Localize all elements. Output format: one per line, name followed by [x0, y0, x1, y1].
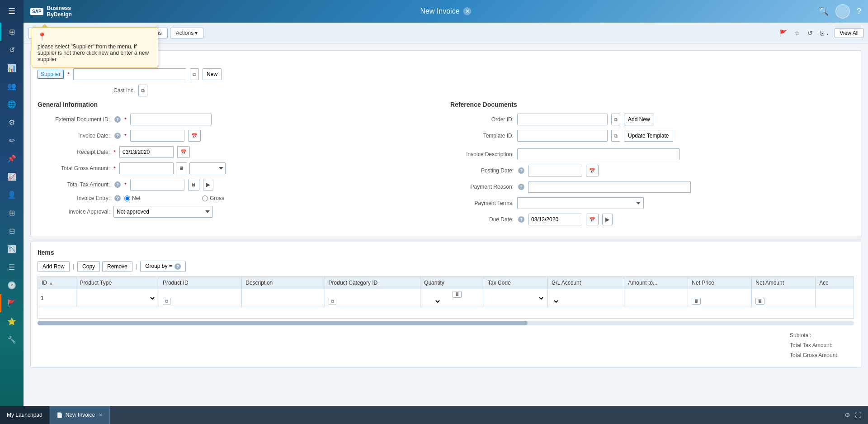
- posting-date-input[interactable]: [528, 165, 582, 176]
- sidebar-item-clock[interactable]: 🕐: [0, 276, 24, 294]
- payment-reason-input[interactable]: [528, 181, 691, 193]
- payment-terms-dropdown[interactable]: [517, 197, 644, 209]
- net-price-input[interactable]: [691, 291, 749, 298]
- amount-to-input[interactable]: [627, 295, 685, 301]
- group-by-button[interactable]: Group by = ?: [140, 261, 186, 272]
- star-button[interactable]: ☆: [793, 29, 802, 38]
- sidebar-item-star[interactable]: ⭐: [0, 312, 24, 330]
- order-id-input[interactable]: [517, 114, 608, 125]
- receipt-date-input[interactable]: [119, 146, 174, 158]
- net-price-calc-button[interactable]: 🖩: [692, 298, 701, 305]
- currency-dropdown[interactable]: [189, 162, 226, 174]
- total-tax-calc-button[interactable]: 🖩: [188, 179, 199, 191]
- supplier-input[interactable]: [73, 68, 186, 80]
- share-button[interactable]: ⎘ ▾: [818, 29, 831, 38]
- product-id-input[interactable]: [162, 291, 239, 298]
- due-date-arrow-button[interactable]: ▶: [602, 214, 613, 225]
- help-button[interactable]: ?: [857, 7, 861, 16]
- total-gross-calc-button[interactable]: 🖩: [176, 162, 187, 174]
- due-date-info-icon[interactable]: ?: [518, 216, 524, 223]
- tab-close-button[interactable]: ✕: [99, 412, 103, 418]
- invoice-entry-info-icon[interactable]: ?: [114, 195, 121, 201]
- supplier-new-button[interactable]: New: [203, 68, 222, 80]
- sidebar-item-globe[interactable]: 🌐: [0, 95, 24, 113]
- sidebar-item-cog[interactable]: 🔧: [0, 330, 24, 348]
- table-scrollbar-track[interactable]: [38, 321, 854, 325]
- product-category-copy-button[interactable]: ⧉: [329, 298, 336, 305]
- add-new-button[interactable]: Add New: [624, 114, 654, 125]
- invoice-date-info-icon[interactable]: ?: [114, 133, 121, 139]
- header-close-button[interactable]: ✕: [463, 7, 472, 15]
- sidebar-item-list[interactable]: ☰: [0, 258, 24, 276]
- gross-radio[interactable]: [202, 195, 208, 201]
- sidebar-item-flag[interactable]: 🚩: [0, 294, 24, 312]
- order-id-copy-button[interactable]: ⧉: [611, 114, 620, 125]
- total-tax-arrow-button[interactable]: ▶: [203, 179, 213, 191]
- bottom-expand-icon[interactable]: ⛶: [855, 411, 861, 419]
- update-template-button[interactable]: Update Template: [624, 130, 673, 142]
- ext-doc-id-input[interactable]: [130, 114, 212, 125]
- search-icon[interactable]: 🔍: [819, 6, 829, 16]
- template-id-copy-button[interactable]: ⧉: [611, 130, 620, 142]
- sidebar-item-home[interactable]: ⊞: [0, 23, 24, 41]
- quantity-calc-button[interactable]: 🖩: [453, 291, 462, 298]
- table-scrollbar-thumb[interactable]: [38, 321, 528, 325]
- total-tax-input[interactable]: [130, 179, 184, 191]
- bottom-settings-icon[interactable]: ⚙: [844, 411, 850, 419]
- gross-radio-label[interactable]: Gross: [202, 195, 274, 201]
- payment-reason-info-icon[interactable]: ?: [518, 184, 524, 190]
- invoice-desc-input[interactable]: [517, 148, 680, 160]
- net-radio-label[interactable]: Net: [124, 195, 197, 201]
- ext-doc-info-icon[interactable]: ?: [114, 116, 121, 123]
- sidebar-item-settings[interactable]: ⚙: [0, 113, 24, 131]
- sidebar-item-pencil[interactable]: ✏: [0, 131, 24, 149]
- gl-account-dropdown[interactable]: [551, 298, 560, 305]
- refresh-button[interactable]: ↺: [806, 29, 815, 38]
- sidebar-item-person[interactable]: 👤: [0, 186, 24, 204]
- invoice-date-input[interactable]: [130, 130, 184, 142]
- net-amount-calc-button[interactable]: 🖩: [755, 298, 764, 305]
- tax-code-select[interactable]: [487, 295, 545, 302]
- new-invoice-tab[interactable]: 📄 New Invoice ✕: [50, 406, 110, 424]
- sidebar-item-users[interactable]: 👥: [0, 77, 24, 95]
- view-all-button[interactable]: View All: [835, 28, 863, 38]
- user-avatar[interactable]: [835, 4, 850, 19]
- product-type-select[interactable]: [79, 295, 156, 302]
- sidebar-item-apps[interactable]: ⊞: [0, 204, 24, 222]
- sidebar-item-refresh[interactable]: ↺: [0, 41, 24, 59]
- posting-date-info-icon[interactable]: ?: [518, 167, 524, 174]
- launchpad-tab[interactable]: My Launchpad: [0, 406, 50, 424]
- copy-button[interactable]: Copy: [77, 261, 100, 272]
- net-radio[interactable]: [124, 195, 130, 201]
- sidebar-item-apps2[interactable]: ⊟: [0, 222, 24, 240]
- net-amount-input[interactable]: [755, 291, 812, 298]
- remove-button[interactable]: Remove: [102, 261, 132, 272]
- quantity-unit-select[interactable]: [423, 298, 441, 305]
- total-tax-info-icon[interactable]: ?: [114, 181, 121, 188]
- flag-button[interactable]: 🚩: [778, 29, 789, 38]
- product-category-input[interactable]: [328, 291, 418, 298]
- total-gross-input[interactable]: [119, 162, 174, 174]
- hamburger-menu[interactable]: ☰: [0, 0, 24, 23]
- due-date-calendar-button[interactable]: 📅: [586, 214, 599, 225]
- posting-date-calendar-button[interactable]: 📅: [586, 165, 599, 176]
- sidebar-item-barchart[interactable]: 📈: [0, 167, 24, 186]
- invoice-date-calendar-button[interactable]: 📅: [188, 130, 201, 142]
- add-row-button[interactable]: Add Row: [38, 261, 70, 272]
- id-sort-icon[interactable]: ▲: [49, 281, 53, 286]
- sidebar-item-chart[interactable]: 📊: [0, 59, 24, 77]
- template-id-input[interactable]: [517, 130, 608, 142]
- actions-button[interactable]: Actions ▾: [170, 28, 203, 38]
- quantity-input[interactable]: [423, 291, 450, 297]
- sidebar-item-analytics[interactable]: 📉: [0, 240, 24, 258]
- group-by-info-icon[interactable]: ?: [175, 263, 181, 270]
- due-date-input[interactable]: [528, 214, 582, 225]
- description-input[interactable]: [245, 295, 321, 301]
- invoice-approval-dropdown[interactable]: Not approved: [113, 206, 213, 218]
- product-id-copy-button[interactable]: ⧉: [163, 298, 170, 305]
- supplier-copy-button[interactable]: ⧉: [190, 68, 199, 80]
- receipt-date-calendar-button[interactable]: 📅: [177, 146, 190, 158]
- gl-account-input[interactable]: [551, 291, 621, 298]
- sidebar-item-pin[interactable]: 📌: [0, 149, 24, 167]
- company-copy-button[interactable]: ⧉: [138, 85, 147, 96]
